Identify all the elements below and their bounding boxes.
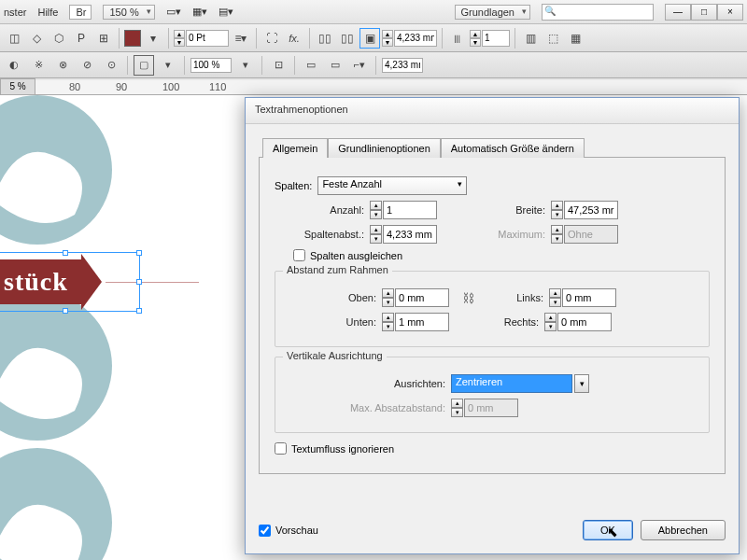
window-close-icon[interactable]: ×	[717, 4, 743, 21]
ignore-text-wrap-checkbox[interactable]	[275, 442, 287, 455]
bridge-button[interactable]: Br	[69, 5, 92, 20]
window-minimize-icon[interactable]: —	[665, 4, 691, 21]
dropdown-icon[interactable]: ▾	[143, 28, 163, 49]
columns-label: Spalten:	[275, 180, 312, 191]
arrange-icon[interactable]: ▦▾	[192, 6, 207, 18]
tool-icon[interactable]: ※	[28, 55, 49, 76]
preview-label: Vorschau	[275, 525, 318, 536]
inset-left-label: Links:	[487, 292, 543, 303]
gutter-field[interactable]	[382, 58, 423, 73]
tool-icon[interactable]: ▭	[325, 55, 345, 76]
control-panel-row2: ◐ ※ ⊗ ⊘ ⊙ ▢ ▾ ▾ ⊡ ▭ ▭ ⌐▾	[0, 52, 747, 78]
frame-options-icon[interactable]: ▥	[520, 28, 541, 49]
count-label: Anzahl:	[275, 204, 364, 216]
columns-count-field[interactable]: ▲▼	[470, 30, 510, 47]
inset-top-field[interactable]: ▴▾	[382, 288, 449, 307]
inset-right-label: Rechts:	[483, 316, 539, 328]
cancel-button[interactable]: Abbrechen	[641, 520, 726, 540]
stroke-swatch[interactable]: ▢	[134, 55, 154, 76]
ignore-text-wrap-label: Textumfluss ignorieren	[291, 443, 394, 455]
tool-icon[interactable]: ⬚	[543, 28, 563, 49]
artwork-circle	[0, 291, 112, 441]
max-para-label: Max. Absatzabstand:	[287, 402, 445, 413]
menu-bar: nster Hilfe Br 150 % ▭▾ ▦▾ ▤▾ Grundlagen…	[0, 0, 747, 24]
inset-legend: Abstand zum Rahmen	[283, 264, 392, 275]
scale-icon[interactable]: ⛶	[261, 28, 282, 49]
control-panel-row1: ◫ ◇ ⬡ P ⊞ ▾ ▲▼ ≡▾ ⛶ fx. ▯▯ ▯▯ ▣ ▲▼ ⫼ ▲▼ …	[0, 24, 747, 52]
gutter-field[interactable]: ▴▾	[370, 225, 437, 244]
width-label: Breite:	[443, 204, 545, 216]
link-icon[interactable]: ⛓	[462, 291, 474, 305]
window-maximize-icon[interactable]: □	[691, 4, 717, 21]
chevron-down-icon[interactable]: ▾	[574, 374, 589, 393]
inset-bottom-field[interactable]: ▴▾	[382, 313, 449, 331]
count-field[interactable]: ▴▾	[370, 201, 437, 219]
dialog-tabs: Allgemein Grundlinienoptionen Automatisc…	[262, 137, 739, 157]
tab-panel-general: Spalten: Feste Anzahl Anzahl: ▴▾ Breite:…	[259, 157, 726, 474]
inset-bottom-label: Unten:	[287, 316, 376, 328]
columns-mode-dropdown[interactable]: Feste Anzahl	[317, 176, 467, 195]
percent-field[interactable]	[190, 58, 232, 73]
menu-hilfe[interactable]: Hilfe	[37, 7, 58, 18]
tool-icon[interactable]: ⊞	[93, 28, 114, 49]
text-frame-options-dialog: Textrahmenoptionen Allgemein Grundlinien…	[245, 97, 740, 554]
workspace-dropdown[interactable]: Grundlagen	[455, 5, 531, 20]
screen-mode-icon[interactable]: ▭▾	[166, 6, 181, 18]
tool-icon[interactable]: ◫	[4, 28, 24, 49]
width-field[interactable]: ▴▾	[551, 201, 618, 219]
ok-button[interactable]: OK	[583, 520, 633, 540]
zoom-level-dropdown[interactable]: 150 %	[103, 5, 154, 20]
tab-general[interactable]: Allgemein	[262, 138, 328, 158]
tab-baseline[interactable]: Grundlinienoptionen	[328, 138, 440, 158]
inset-left-field[interactable]: ▴▾	[549, 288, 616, 307]
fx-icon[interactable]: fx.	[284, 28, 304, 49]
text-wrap-icon[interactable]: ▣	[359, 28, 380, 49]
selection-bounding-box[interactable]	[0, 252, 140, 312]
tool-icon[interactable]: ⊗	[52, 55, 73, 76]
vertical-justification-group: Vertikale Ausrichtung Ausrichten: Zentri…	[275, 357, 710, 433]
valign-legend: Vertikale Ausrichtung	[283, 350, 387, 361]
tool-icon[interactable]: ⊘	[77, 55, 97, 76]
align-icon[interactable]: ▯▯	[315, 28, 335, 49]
text-tool-icon[interactable]: P	[71, 28, 92, 49]
dialog-title: Textrahmenoptionen	[246, 98, 739, 124]
tool-icon[interactable]: ⊙	[101, 55, 121, 76]
tool-icon[interactable]: ◇	[26, 28, 47, 49]
view-options-icon[interactable]: ▤▾	[218, 6, 233, 18]
inset-spacing-group: Abstand zum Rahmen Oben: ▴▾ ⛓ Links: ▴▾ …	[275, 271, 710, 347]
columns-icon[interactable]: ⫼	[447, 28, 468, 49]
artwork-circle	[0, 95, 112, 245]
stroke-weight-field[interactable]: ▲▼	[174, 30, 229, 47]
inset-right-field[interactable]: ▴▾	[544, 313, 612, 331]
fill-swatch[interactable]	[124, 30, 141, 47]
menu-fenster[interactable]: nster	[4, 7, 26, 18]
align-label: Ausrichten:	[287, 378, 445, 389]
stroke-style-icon[interactable]: ≡▾	[231, 28, 251, 49]
horizontal-ruler: 80 90 100 110	[35, 80, 747, 95]
balance-columns-checkbox[interactable]	[293, 249, 305, 261]
tool-icon[interactable]: ◐	[4, 55, 24, 76]
align-icon[interactable]: ▯▯	[337, 28, 358, 49]
gap-field[interactable]: ▲▼	[382, 30, 437, 47]
inset-top-label: Oben:	[287, 292, 376, 303]
tool-icon[interactable]: ▭	[301, 55, 321, 76]
tool-icon[interactable]: ⬡	[49, 28, 69, 49]
zoom-readout: 5 %	[0, 78, 35, 95]
dropdown-icon[interactable]: ▾	[158, 55, 178, 76]
artwork-circle	[0, 448, 112, 560]
tool-icon[interactable]: ▦	[565, 28, 585, 49]
gutter-label: Spaltenabst.:	[275, 229, 364, 240]
max-para-field: ▴▾	[451, 399, 518, 417]
maximum-field: ▴▾	[551, 225, 618, 244]
corner-icon[interactable]: ⌐▾	[349, 55, 370, 76]
tool-icon[interactable]: ⊡	[268, 55, 289, 76]
align-dropdown[interactable]: Zentrieren ▾	[451, 374, 589, 393]
maximum-label: Maximum:	[443, 229, 545, 240]
balance-columns-label: Spalten ausgleichen	[310, 250, 402, 261]
dropdown-icon[interactable]: ▾	[235, 55, 256, 76]
search-input[interactable]	[542, 4, 654, 21]
preview-checkbox[interactable]	[259, 525, 271, 537]
dialog-footer: Vorschau OK Abbrechen	[259, 520, 726, 540]
tab-autosize[interactable]: Automatisch Größe ändern	[441, 138, 585, 158]
